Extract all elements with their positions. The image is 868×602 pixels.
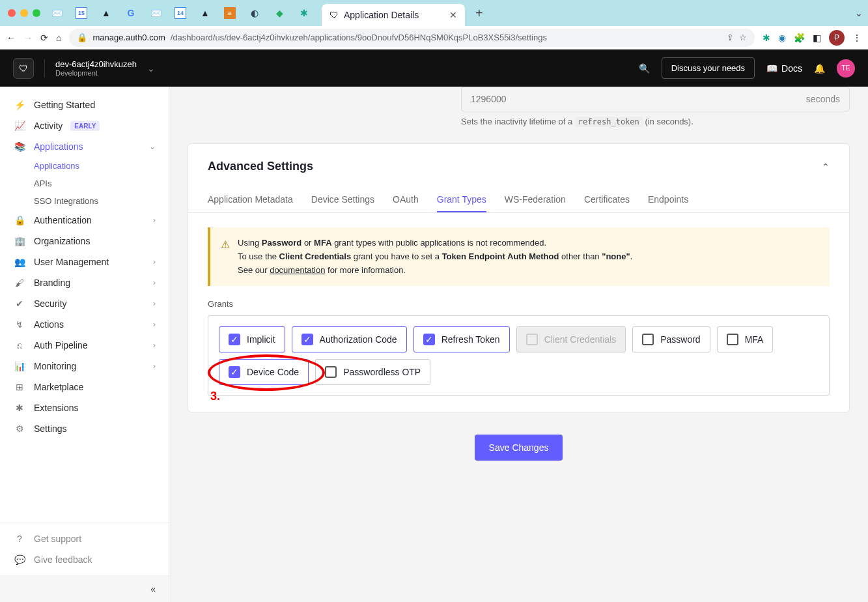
share-icon[interactable]: ⇪	[727, 33, 734, 42]
sidebar-item-auth-pipeline[interactable]: ⎌Auth Pipeline›	[0, 335, 169, 356]
tab-certificates[interactable]: Certificates	[584, 188, 630, 212]
extensions-icon[interactable]: 🧩	[794, 33, 805, 43]
tab-ws-federation[interactable]: WS-Federation	[505, 188, 566, 212]
grant-password[interactable]: Password	[632, 326, 710, 352]
tab-application-metadata[interactable]: Application Metadata	[208, 188, 293, 212]
tab-oauth[interactable]: OAuth	[393, 188, 419, 212]
refresh-unit: seconds	[806, 94, 840, 104]
reload-button[interactable]: ⟳	[40, 33, 48, 43]
tenant-env: Development	[55, 69, 137, 77]
grant-mfa[interactable]: MFA	[717, 326, 774, 352]
grant-implicit[interactable]: ✓Implicit	[219, 326, 285, 352]
tab-device-settings[interactable]: Device Settings	[311, 188, 374, 212]
sidebar-item-security[interactable]: ✔Security›	[0, 293, 169, 314]
grant-refresh-token[interactable]: ✓Refresh Token	[413, 326, 510, 352]
gmail2-icon[interactable]: ✉️	[150, 7, 161, 19]
early-badge: EARLY	[70, 121, 100, 131]
app3-icon[interactable]: ◆	[273, 7, 285, 19]
cal-14-icon[interactable]: 14	[175, 7, 186, 19]
google-icon[interactable]: G	[125, 7, 137, 19]
sidebar-icon: 📊	[13, 361, 26, 371]
sidebar-collapse-button[interactable]: «	[0, 575, 169, 602]
code-token: refresh_token	[575, 117, 643, 127]
documentation-link[interactable]: documentation	[270, 265, 325, 275]
sidebar-item-user-management[interactable]: 👥User Management›	[0, 251, 169, 272]
auth0-logo-icon[interactable]: 🛡	[13, 58, 34, 79]
forward-button[interactable]: →	[23, 33, 33, 43]
sidebar-icon: ↯	[13, 319, 26, 330]
sidebar-item-extensions[interactable]: ✱Extensions	[0, 397, 169, 418]
ext1-icon[interactable]: ✱	[763, 33, 770, 43]
url-host: manage.auth0.com	[92, 33, 165, 42]
checkbox-icon: ✓	[301, 334, 313, 345]
sidebar-item-activity[interactable]: 📈ActivityEARLY	[0, 115, 169, 136]
sidebar-give-feedback[interactable]: 💬Give feedback	[0, 549, 169, 570]
sidebar-item-monitoring[interactable]: 📊Monitoring›	[0, 356, 169, 377]
home-button[interactable]: ⌂	[56, 33, 61, 43]
app1-icon[interactable]: ≡	[224, 7, 236, 19]
checkbox-icon	[325, 366, 337, 378]
sidebar-item-branding[interactable]: 🖌Branding›	[0, 272, 169, 293]
checkbox-icon: ✓	[423, 334, 435, 345]
grant-label: Authorization Code	[320, 334, 397, 345]
sidebar-sub-applications[interactable]: Applications	[0, 157, 169, 175]
sidebar-item-organizations[interactable]: 🏢Organizations	[0, 231, 169, 251]
maximize-window[interactable]	[33, 9, 40, 17]
tab-endpoints[interactable]: Endpoints	[648, 188, 688, 212]
sidebar-item-applications[interactable]: 📚Applications⌄	[0, 136, 169, 157]
discuss-button[interactable]: Discuss your needs	[662, 57, 755, 79]
kebab-menu-icon[interactable]: ⋮	[852, 33, 861, 43]
grant-authorization-code[interactable]: ✓Authorization Code	[292, 326, 407, 352]
app2-icon[interactable]: ◐	[249, 7, 260, 19]
browser-tab-strip: ✉️ 15 ▲ G ✉️ 14 ▲ ≡ ◐ ◆ ✱ 🛡 Application …	[0, 0, 868, 26]
tabs-overflow-icon[interactable]: ⌄	[855, 8, 863, 18]
search-icon[interactable]: 🔍	[639, 63, 650, 74]
back-button[interactable]: ←	[7, 33, 16, 43]
cal-15-icon[interactable]: 15	[76, 7, 87, 19]
address-bar[interactable]: 🔒 manage.auth0.com/dashboard/us/dev-6act…	[69, 29, 755, 47]
ext2-icon[interactable]: ◉	[778, 33, 786, 43]
grant-label: MFA	[745, 334, 764, 345]
warning-icon: ⚠	[221, 236, 230, 277]
notifications-icon[interactable]: 🔔	[814, 63, 825, 74]
user-avatar[interactable]: TE	[837, 59, 855, 78]
sidebar-get-support[interactable]: ?Get support	[0, 528, 169, 549]
sidepanel-icon[interactable]: ◧	[813, 33, 821, 43]
chevron-down-icon[interactable]: ⌄	[147, 63, 155, 74]
sidebar-item-marketplace[interactable]: ⊞Marketplace	[0, 377, 169, 397]
grant-label: Device Code	[247, 367, 299, 377]
tenant-switcher[interactable]: dev-6actj4z0ihvkuzeh Development	[55, 59, 137, 77]
sidebar-item-authentication[interactable]: 🔒Authentication›	[0, 210, 169, 231]
sidebar-sub-apis[interactable]: APIs	[0, 175, 169, 192]
url-path: /dashboard/us/dev-6actj4z0ihvkuzeh/appli…	[171, 33, 547, 42]
tab-grant-types[interactable]: Grant Types	[437, 188, 486, 212]
checkbox-icon	[642, 334, 654, 345]
close-tab-icon[interactable]: ✕	[449, 10, 457, 20]
drive-icon[interactable]: ▲	[100, 7, 112, 19]
refresh-lifetime-input[interactable]: 1296000 seconds	[461, 87, 850, 111]
save-button[interactable]: Save Changes	[475, 435, 563, 461]
sidebar-label: Auth Pipeline	[34, 340, 88, 351]
sidebar-item-settings[interactable]: ⚙Settings	[0, 418, 169, 439]
docs-link[interactable]: 📖Docs	[766, 63, 802, 74]
new-tab-button[interactable]: +	[475, 6, 483, 21]
advanced-settings-card: Advanced Settings ⌃ Application Metadata…	[188, 143, 850, 412]
close-window[interactable]	[8, 9, 16, 17]
advanced-header[interactable]: Advanced Settings ⌃	[188, 144, 849, 180]
sidebar-label: Applications	[34, 141, 83, 152]
grant-warning: ⚠ Using Password or MFA grant types with…	[208, 227, 830, 286]
active-tab[interactable]: 🛡 Application Details ✕	[322, 4, 465, 26]
grant-passwordless-otp[interactable]: Passwordless OTP	[315, 359, 430, 385]
sidebar-item-actions[interactable]: ↯Actions›	[0, 314, 169, 335]
app4-icon[interactable]: ✱	[298, 7, 310, 19]
drive2-icon[interactable]: ▲	[199, 7, 211, 19]
sidebar-label: Branding	[34, 278, 70, 288]
sidebar-sub-sso-integrations[interactable]: SSO Integrations	[0, 192, 169, 210]
bookmark-icon[interactable]: ☆	[739, 33, 747, 42]
grant-device-code[interactable]: ✓Device Code3.	[219, 359, 309, 385]
tenant-name: dev-6actj4z0ihvkuzeh	[55, 59, 137, 69]
minimize-window[interactable]	[20, 9, 28, 17]
sidebar-item-getting-started[interactable]: ⚡Getting Started	[0, 94, 169, 115]
gmail-icon[interactable]: ✉️	[51, 7, 63, 19]
profile-avatar[interactable]: P	[829, 30, 845, 46]
